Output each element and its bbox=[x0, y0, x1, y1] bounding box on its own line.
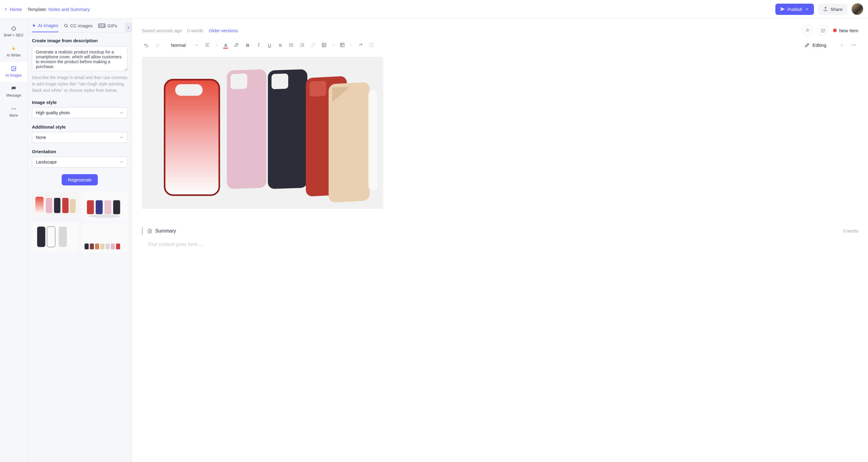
gif-badge: GIF bbox=[98, 23, 106, 28]
nav-label: Brief + SEO bbox=[4, 33, 23, 37]
avatar[interactable] bbox=[851, 3, 863, 15]
content-placeholder[interactable]: Your content goes here ... bbox=[142, 242, 858, 247]
table-button[interactable] bbox=[338, 40, 347, 50]
number-list-icon: 123 bbox=[300, 42, 305, 48]
link-button[interactable] bbox=[309, 40, 318, 50]
tab-label: AI images bbox=[38, 23, 58, 28]
font-color-button[interactable]: A bbox=[221, 40, 230, 50]
chevron-left-icon bbox=[4, 7, 8, 11]
svg-point-7 bbox=[12, 67, 13, 68]
send-icon bbox=[780, 7, 785, 11]
svg-point-60 bbox=[323, 44, 324, 45]
tab-ai-images[interactable]: AI images bbox=[32, 23, 58, 32]
table-dropdown[interactable] bbox=[349, 40, 354, 50]
thumbnail-3[interactable] bbox=[32, 223, 79, 252]
nav-label: AI Writer bbox=[7, 53, 21, 57]
thumbnail-4[interactable] bbox=[81, 223, 128, 252]
undo-button[interactable] bbox=[142, 40, 151, 50]
svg-rect-18 bbox=[70, 199, 75, 213]
template-link[interactable]: Notes and Summary bbox=[48, 7, 90, 12]
more-button[interactable] bbox=[849, 40, 858, 50]
svg-line-12 bbox=[67, 26, 68, 27]
chat-icon bbox=[11, 86, 17, 91]
align-left-icon bbox=[205, 42, 210, 48]
nav-brief-seo[interactable]: Brief + SEO bbox=[0, 22, 27, 41]
svg-rect-22 bbox=[104, 200, 111, 214]
format-value: Normal bbox=[171, 42, 186, 48]
image-dropdown[interactable] bbox=[331, 40, 336, 50]
svg-rect-21 bbox=[95, 200, 102, 214]
left-nav: Brief + SEO AI Writer AI Images Message … bbox=[0, 19, 28, 462]
tab-gifs[interactable]: GIF GIFs bbox=[98, 23, 117, 32]
summary-header: Summary 0 words bbox=[142, 227, 858, 235]
strike-button[interactable]: S bbox=[276, 40, 285, 50]
svg-point-70 bbox=[851, 45, 852, 46]
svg-rect-23 bbox=[113, 200, 120, 214]
svg-rect-26 bbox=[37, 226, 45, 247]
word-count: 0 words bbox=[187, 28, 204, 33]
svg-rect-28 bbox=[59, 226, 67, 247]
chevron-down-icon bbox=[332, 44, 335, 47]
svg-rect-30 bbox=[85, 243, 88, 249]
underline-button[interactable]: U bbox=[265, 40, 274, 50]
tab-cc-images[interactable]: CC images bbox=[64, 23, 93, 32]
svg-point-47 bbox=[289, 44, 290, 44]
thumbnail-1[interactable] bbox=[32, 192, 79, 221]
image-button[interactable] bbox=[319, 40, 329, 50]
number-list-button[interactable]: 123 bbox=[298, 40, 307, 50]
upload-icon bbox=[823, 7, 828, 11]
home-link[interactable]: Home bbox=[4, 7, 22, 12]
format-select[interactable]: Normal bbox=[168, 42, 201, 48]
italic-icon: I bbox=[258, 42, 259, 48]
svg-rect-16 bbox=[54, 198, 60, 213]
toolbar: Normal A B I U S 123 T Editing bbox=[132, 38, 868, 54]
summary-block: Summary 0 words Your content goes here .… bbox=[142, 227, 858, 247]
italic-button[interactable]: I bbox=[254, 40, 263, 50]
prompt-input[interactable] bbox=[32, 46, 128, 71]
collapse-sidebar-button[interactable] bbox=[125, 23, 132, 32]
clear-format-button[interactable]: T bbox=[356, 40, 365, 50]
redo-button[interactable] bbox=[153, 40, 162, 50]
svg-rect-34 bbox=[105, 243, 109, 249]
nav-more[interactable]: More bbox=[0, 102, 27, 122]
bold-button[interactable]: B bbox=[243, 40, 252, 50]
target-icon bbox=[11, 26, 17, 31]
svg-point-1 bbox=[12, 27, 16, 30]
chevron-down-icon bbox=[119, 135, 124, 140]
clear-format-icon: T bbox=[358, 42, 363, 48]
bullet-list-button[interactable] bbox=[287, 40, 296, 50]
orientation-select[interactable]: Landscape bbox=[32, 156, 128, 168]
topbar-left: Home Template: Notes and Summary bbox=[4, 7, 90, 12]
tab-label: GIFs bbox=[107, 23, 118, 28]
chevron-down-icon bbox=[350, 44, 353, 47]
editing-mode[interactable]: Editing bbox=[801, 42, 847, 48]
svg-point-49 bbox=[289, 46, 290, 46]
nav-ai-writer[interactable]: AI Writer bbox=[0, 41, 27, 62]
nav-message[interactable]: Message bbox=[0, 82, 27, 102]
regenerate-button[interactable]: Regenerate bbox=[62, 174, 97, 185]
new-item-status[interactable]: New Item bbox=[833, 28, 858, 33]
highlight-button[interactable] bbox=[232, 40, 241, 50]
add-user-button[interactable] bbox=[803, 25, 813, 35]
bolt-icon bbox=[32, 23, 36, 28]
help-text: Describe the image in detail and then us… bbox=[32, 75, 128, 94]
document-icon bbox=[147, 229, 152, 233]
hero-image[interactable] bbox=[142, 57, 383, 209]
chevron-down-icon bbox=[195, 43, 198, 47]
align-button[interactable] bbox=[203, 40, 212, 50]
nav-ai-images[interactable]: AI Images bbox=[0, 62, 27, 82]
add-calendar-button[interactable] bbox=[818, 25, 828, 35]
strikethrough-icon: S bbox=[279, 42, 282, 48]
style-select[interactable]: High quality photo bbox=[32, 107, 128, 118]
editor-meta: Saved seconds ago 0 words Older versions… bbox=[132, 19, 868, 38]
svg-point-11 bbox=[64, 24, 67, 27]
thumbnail-2[interactable] bbox=[81, 192, 128, 221]
share-button[interactable]: Share bbox=[818, 4, 847, 15]
additional-select[interactable]: None bbox=[32, 132, 128, 143]
bold-icon: B bbox=[246, 42, 249, 48]
insert-button[interactable] bbox=[367, 40, 376, 50]
older-versions-link[interactable]: Older versions bbox=[209, 28, 238, 33]
publish-button[interactable]: Publish bbox=[775, 4, 814, 15]
chevron-down-icon bbox=[119, 160, 124, 164]
align-dropdown[interactable] bbox=[214, 40, 219, 50]
